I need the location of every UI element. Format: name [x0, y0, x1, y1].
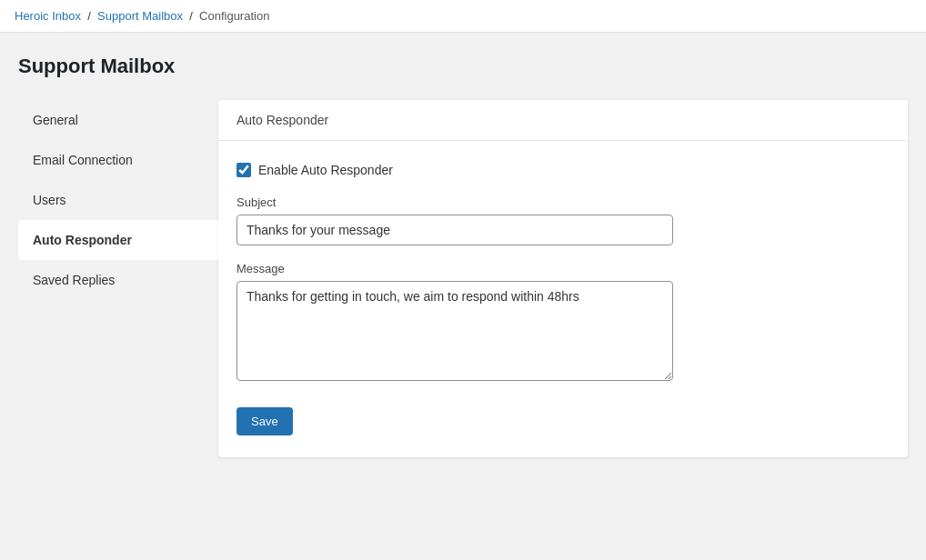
sidebar-item-saved-replies[interactable]: Saved Replies [18, 260, 218, 300]
subject-input[interactable] [237, 215, 673, 245]
main-panel: Auto Responder Enable Auto Responder Sub… [218, 100, 908, 457]
enable-auto-responder-label[interactable]: Enable Auto Responder [258, 163, 393, 177]
breadcrumb-link-heroic[interactable]: Heroic Inbox [15, 9, 81, 23]
message-label: Message [237, 262, 890, 275]
subject-label: Subject [237, 195, 890, 209]
section-header: Auto Responder [218, 100, 908, 141]
enable-row: Enable Auto Responder [237, 163, 890, 177]
sidebar-item-auto-responder[interactable]: Auto Responder [18, 220, 218, 260]
sidebar: General Email Connection Users Auto Resp… [18, 100, 218, 457]
breadcrumb-link-mailbox[interactable]: Support Mailbox [97, 9, 183, 23]
message-textarea[interactable] [237, 281, 673, 381]
enable-auto-responder-checkbox[interactable] [237, 163, 251, 177]
breadcrumb: Heroic Inbox / Support Mailbox / Configu… [0, 0, 926, 33]
page-title: Support Mailbox [18, 55, 908, 78]
sidebar-item-email-connection[interactable]: Email Connection [18, 140, 218, 180]
breadcrumb-current: Configuration [199, 9, 269, 23]
subject-field-group: Subject [237, 195, 890, 245]
sidebar-item-users[interactable]: Users [18, 180, 218, 220]
sidebar-item-general[interactable]: General [18, 100, 218, 140]
save-button[interactable]: Save [237, 407, 293, 435]
section-body: Enable Auto Responder Subject Message Sa… [218, 141, 908, 457]
message-field-group: Message [237, 262, 890, 384]
